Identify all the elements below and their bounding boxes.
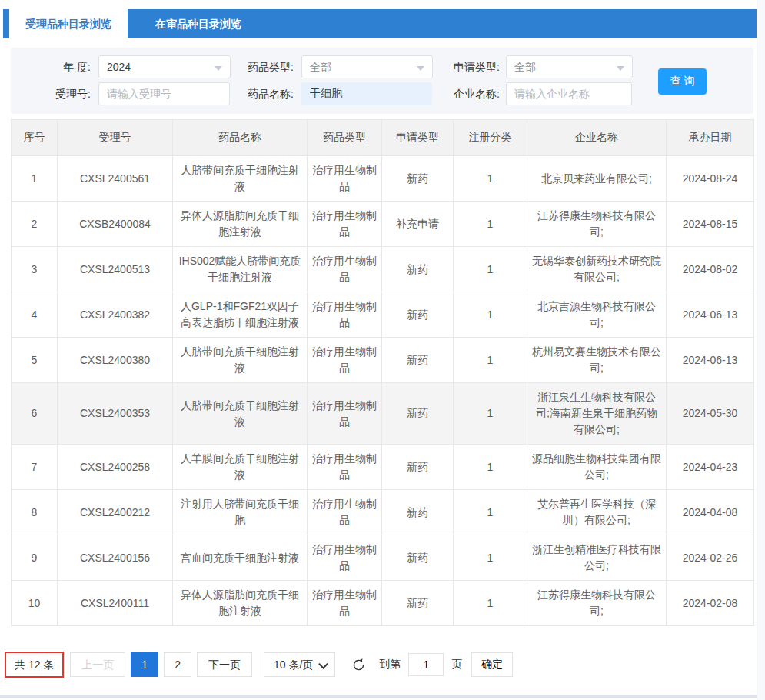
column-header: 承办日期 xyxy=(667,120,754,156)
drug-name-input[interactable] xyxy=(301,82,432,105)
table-cell: 新药 xyxy=(382,292,454,338)
drug-type-select[interactable]: 全部 xyxy=(301,55,433,78)
table-cell: 人脐带间充质干细胞注射液 xyxy=(173,338,308,383)
chevron-down-icon xyxy=(318,659,328,669)
column-header: 注册分类 xyxy=(454,120,527,156)
page-size-select[interactable]: 10 条/页 xyxy=(264,652,335,677)
table-cell: 2024-02-08 xyxy=(667,581,754,626)
page: 受理品种目录浏览 在审品种目录浏览 年 度: 2024 药品类型: 全部 申请类… xyxy=(0,0,765,700)
table-cell: CXSB2400084 xyxy=(58,202,173,247)
next-page-button[interactable]: 下一页 xyxy=(197,652,252,677)
table-row: 2CXSB2400084异体人源脂肪间充质干细胞注射液治疗用生物制品补充申请1江… xyxy=(12,202,754,247)
table-cell: 无锡华泰创新药技术研究院有限公司; xyxy=(527,247,667,292)
prev-page-button[interactable]: 上一页 xyxy=(70,652,125,677)
table-row: 1CXSL2400561人脐带间充质干细胞注射液治疗用生物制品新药1北京贝来药业… xyxy=(12,156,754,202)
drug-type-label: 药品类型: xyxy=(235,55,294,78)
table-cell: CXSL2400156 xyxy=(58,535,173,581)
total-count: 共 12 条 xyxy=(8,655,60,675)
apply-type-select-value: 全部 xyxy=(514,61,536,73)
table-cell: 1 xyxy=(454,247,527,292)
tab-under-review-catalog[interactable]: 在审品种目录浏览 xyxy=(146,9,251,38)
table-cell: 治疗用生物制品 xyxy=(308,535,382,581)
table-cell: 新药 xyxy=(382,338,454,383)
apply-type-label: 申请类型: xyxy=(438,55,500,78)
table-cell: 2024-05-30 xyxy=(667,383,754,445)
table-cell: 1 xyxy=(454,535,527,581)
table-cell: 新药 xyxy=(382,581,454,626)
table-row: 4CXSL2400382人GLP-1和FGF21双因子高表达脂肪干细胞注射液治疗… xyxy=(12,292,754,338)
table-row: 10CXSL2400111异体人源脂肪间充质干细胞注射液治疗用生物制品新药1江苏… xyxy=(12,581,754,626)
confirm-button[interactable]: 确定 xyxy=(471,652,513,677)
table-cell: 1 xyxy=(454,581,527,626)
table-cell: 人脐带间充质干细胞注射液 xyxy=(173,156,308,202)
acceptance-no-input[interactable] xyxy=(98,82,230,105)
table-cell: CXSL2400380 xyxy=(58,338,173,383)
table-cell: 治疗用生物制品 xyxy=(308,202,382,247)
jump-to-label: 到第 xyxy=(379,658,401,672)
vertical-scrollbar[interactable] xyxy=(757,0,765,700)
year-select-value: 2024 xyxy=(107,61,131,73)
page-suffix-label: 页 xyxy=(451,658,462,672)
chevron-down-icon xyxy=(215,66,222,71)
table-cell: 2024-06-13 xyxy=(667,292,754,338)
results-table: 序号受理号药品名称药品类型申请类型注册分类企业名称承办日期 1CXSL24005… xyxy=(11,119,754,626)
table-row: 8CXSL2400212注射用人脐带间充质干细胞治疗用生物制品新药1艾尔普再生医… xyxy=(12,490,754,535)
table-cell: 9 xyxy=(12,535,58,581)
company-name-input[interactable] xyxy=(506,82,632,105)
table-cell: 2 xyxy=(12,202,58,247)
table-cell: 1 xyxy=(12,156,58,202)
refresh-icon[interactable] xyxy=(351,657,367,673)
table-cell: CXSL2400111 xyxy=(58,581,173,626)
column-header: 药品名称 xyxy=(173,120,308,156)
table-cell: 2024-08-24 xyxy=(667,156,754,202)
table-cell: 3 xyxy=(12,247,58,292)
table-cell: 源品细胞生物科技集团有限公司; xyxy=(527,445,667,490)
search-button[interactable]: 查 询 xyxy=(658,68,707,95)
table-cell: 异体人源脂肪间充质干细胞注射液 xyxy=(173,581,308,626)
table-cell: 1 xyxy=(454,338,527,383)
table-cell: 北京贝来药业有限公司; xyxy=(527,156,667,202)
table-cell: 1 xyxy=(454,156,527,202)
table-cell: 2024-04-08 xyxy=(667,490,754,535)
table-cell: 8 xyxy=(12,490,58,535)
jump-page-input[interactable] xyxy=(408,653,444,676)
table-cell: CXSL2400561 xyxy=(58,156,173,202)
tab-accepted-catalog[interactable]: 受理品种目录浏览 xyxy=(9,9,128,38)
footer-divider xyxy=(0,695,765,698)
table-cell: 新药 xyxy=(382,383,454,445)
column-header: 序号 xyxy=(12,120,58,156)
annotation-red-box: 共 12 条 xyxy=(5,652,64,678)
table-cell: 2024-08-15 xyxy=(667,202,754,247)
table-cell: 2024-04-23 xyxy=(667,445,754,490)
tab-bar: 受理品种目录浏览 在审品种目录浏览 xyxy=(3,9,757,38)
column-header: 受理号 xyxy=(58,120,173,156)
table-cell: 浙江泉生生物科技有限公司;海南新生泉干细胞药物有限公司; xyxy=(527,383,667,445)
table-cell: 7 xyxy=(12,445,58,490)
table-cell: CXSL2400353 xyxy=(58,383,173,445)
table-cell: 治疗用生物制品 xyxy=(308,445,382,490)
table-cell: 1 xyxy=(454,202,527,247)
acceptance-no-label: 受理号: xyxy=(32,82,91,105)
page-button-1[interactable]: 1 xyxy=(131,652,158,677)
table-cell: 4 xyxy=(12,292,58,338)
year-select[interactable]: 2024 xyxy=(98,55,231,78)
table-cell: CXSL2400258 xyxy=(58,445,173,490)
page-button-2[interactable]: 2 xyxy=(164,652,191,677)
apply-type-select[interactable]: 全部 xyxy=(506,55,633,78)
table-cell: 2024-06-13 xyxy=(667,338,754,383)
table-cell: 1 xyxy=(454,292,527,338)
table-head-row: 序号受理号药品名称药品类型申请类型注册分类企业名称承办日期 xyxy=(12,120,754,156)
table-cell: 注射用人脐带间充质干细胞 xyxy=(173,490,308,535)
table-cell: 宫血间充质干细胞注射液 xyxy=(173,535,308,581)
table-cell: 2024-08-02 xyxy=(667,247,754,292)
table-cell: 补充申请 xyxy=(382,202,454,247)
table-cell: 新药 xyxy=(382,247,454,292)
chevron-down-icon xyxy=(417,66,424,71)
table-cell: 治疗用生物制品 xyxy=(308,383,382,445)
table-row: 6CXSL2400353人脐带间充质干细胞注射液治疗用生物制品新药1浙江泉生生物… xyxy=(12,383,754,445)
table-cell: CXSL2400513 xyxy=(58,247,173,292)
table-row: 9CXSL2400156宫血间充质干细胞注射液治疗用生物制品新药1浙江生创精准医… xyxy=(12,535,754,581)
filter-panel: 年 度: 2024 药品类型: 全部 申请类型: 全部 受理号: 药品名称: 企… xyxy=(11,48,753,114)
column-header: 企业名称 xyxy=(527,120,667,156)
year-label: 年 度: xyxy=(32,55,91,78)
